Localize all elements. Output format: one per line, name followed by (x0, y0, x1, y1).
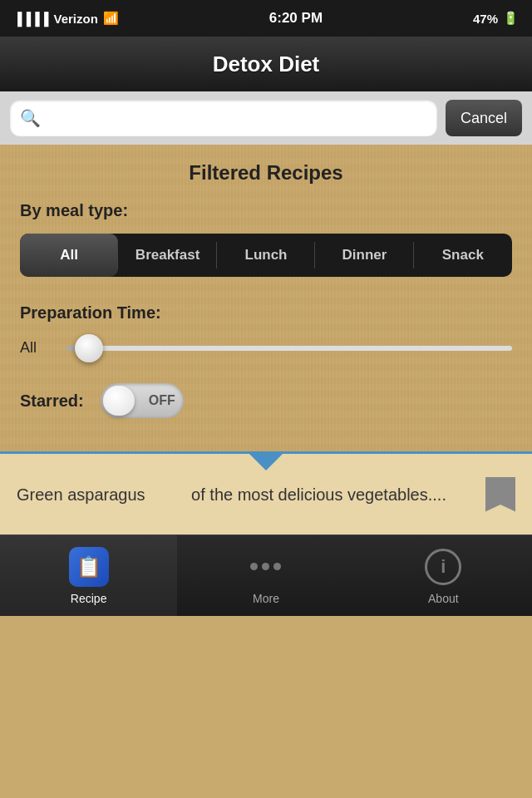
dot-1 (250, 563, 258, 570)
status-time: 6:20 PM (269, 10, 323, 27)
toggle-thumb (103, 386, 135, 416)
tab-bar: 📋 Recipe More i About (0, 534, 532, 616)
search-input[interactable] (47, 110, 427, 127)
dot-3 (273, 563, 281, 570)
starred-label: Starred: (20, 392, 84, 411)
peek-text: Green asparagus of the most delicious ve… (17, 483, 477, 506)
peek-triangle-icon (248, 452, 284, 470)
meal-btn-dinner[interactable]: Dinner (315, 234, 413, 277)
battery-label: 47% (473, 12, 498, 26)
slider-row: All (20, 339, 512, 357)
nav-bar: Detox Diet (0, 37, 532, 91)
recipe-icon-bg: 📋 (69, 547, 109, 587)
more-dots-icon (250, 563, 281, 570)
meal-type-control: All Breakfast Lunch Dinner Snack (20, 234, 512, 277)
search-input-wrapper[interactable]: 🔍 (10, 100, 437, 136)
tab-more[interactable]: More (177, 535, 354, 616)
carrier-label: Verizon (54, 12, 98, 26)
more-tab-icon (246, 547, 286, 587)
meal-btn-all[interactable]: All (20, 234, 118, 277)
meal-btn-lunch[interactable]: Lunch (217, 234, 315, 277)
meal-type-label: By meal type: (20, 201, 512, 220)
slider-all-label: All (20, 339, 53, 357)
tab-about-label: About (428, 592, 459, 605)
signal-icon: ▐▐▐▐ (13, 12, 49, 26)
bookmark-icon (485, 477, 515, 512)
wifi-icon: 📶 (103, 11, 119, 26)
tab-recipe-label: Recipe (71, 592, 107, 605)
status-right: 47% 🔋 (473, 11, 519, 26)
tab-more-label: More (253, 592, 279, 605)
starred-toggle[interactable]: OFF (101, 383, 184, 418)
status-left: ▐▐▐▐ Verizon 📶 (13, 11, 119, 26)
prep-time-label: Preparation Time: (20, 303, 512, 323)
bottom-peek-panel[interactable]: Green asparagus of the most delicious ve… (0, 451, 532, 534)
nav-title: Detox Diet (213, 52, 320, 77)
tab-recipe[interactable]: 📋 Recipe (0, 535, 177, 616)
cancel-button[interactable]: Cancel (446, 100, 522, 136)
main-content: Filtered Recipes By meal type: All Break… (0, 145, 532, 451)
tab-about[interactable]: i About (355, 535, 532, 616)
recipe-tab-icon: 📋 (69, 547, 109, 587)
toggle-off-text: OFF (149, 393, 175, 408)
dot-2 (262, 563, 269, 570)
status-bar: ▐▐▐▐ Verizon 📶 6:20 PM 47% 🔋 (0, 0, 532, 37)
meal-btn-snack[interactable]: Snack (414, 234, 512, 277)
starred-row: Starred: OFF (20, 383, 512, 418)
about-circle-icon: i (425, 549, 461, 585)
filtered-recipes-title: Filtered Recipes (20, 161, 512, 185)
prep-time-slider[interactable] (66, 346, 512, 351)
battery-icon: 🔋 (503, 11, 519, 26)
meal-btn-breakfast[interactable]: Breakfast (118, 234, 216, 277)
search-bar: 🔍 Cancel (0, 91, 532, 145)
about-tab-icon: i (423, 547, 463, 587)
search-icon: 🔍 (20, 108, 41, 128)
